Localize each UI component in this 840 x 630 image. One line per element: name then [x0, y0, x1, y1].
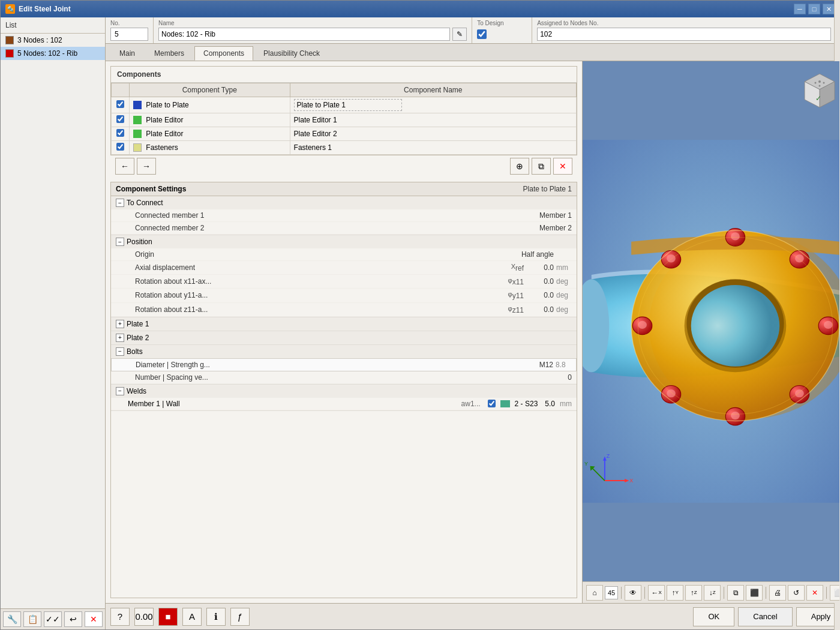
tab-components[interactable]: Components [194, 46, 253, 61]
comp-check-1[interactable] [112, 113, 130, 127]
plate1-toggle[interactable]: + [116, 320, 124, 328]
viewer-btn-close-view[interactable]: ✕ [806, 585, 823, 601]
comp-row-1[interactable]: Plate Editor Plate Editor 1 [112, 113, 577, 127]
axial-disp-sub: Xref [500, 263, 524, 272]
to-design-field: To Design [472, 17, 532, 43]
delete-button[interactable]: ✕ [85, 611, 103, 627]
svg-point-7 [691, 285, 780, 367]
red-button[interactable]: ■ [158, 608, 178, 626]
list-header: List [1, 17, 105, 34]
settings-title: Component Settings [116, 185, 186, 193]
formula-button[interactable]: ƒ [230, 608, 250, 626]
comp-checkbox-0[interactable] [116, 100, 124, 108]
list-item-2[interactable]: 5 Nodes: 102 - Rib [1, 47, 105, 60]
viewer-btn-print[interactable]: 🖨 [769, 585, 786, 601]
svg-point-17 [731, 412, 740, 419]
welds-header[interactable]: − Welds [111, 385, 577, 398]
text-button[interactable]: A [182, 608, 202, 626]
move-left-button[interactable]: ← [115, 158, 134, 175]
delete-component-button[interactable]: ✕ [553, 158, 572, 175]
axial-disp-row: Axial displacement Xref 0.0 mm [111, 261, 577, 275]
vt-sep-2 [644, 587, 645, 599]
tab-plausibility[interactable]: Plausibility Check [254, 46, 329, 61]
zero-button[interactable]: 0.00 [134, 608, 154, 626]
plate1-header[interactable]: + Plate 1 [111, 317, 577, 331]
settings-header: Component Settings Plate to Plate 1 [111, 182, 577, 196]
comp-checkbox-3[interactable] [116, 143, 124, 151]
welds-toggle[interactable]: − [116, 387, 124, 395]
vt-sep-5 [826, 587, 827, 599]
comp-check-3[interactable] [112, 141, 130, 155]
nav-cube[interactable]: ✓ [799, 71, 839, 113]
check-button[interactable]: ✓✓ [44, 611, 62, 627]
plate2-toggle[interactable]: + [116, 334, 124, 342]
viewer-canvas: Z X Y [583, 61, 839, 581]
name-input[interactable] [158, 28, 450, 41]
viewer-toolbar: ⌂ 45 👁 ←X ↑Y ↑Z ↓Z ⧉ ⬛ 🖨 ↺ [583, 581, 839, 603]
help-button[interactable]: ? [110, 608, 130, 626]
name-edit-button[interactable]: ✎ [452, 28, 467, 41]
title-bar: 🔩 Edit Steel Joint ─ □ ✕ [1, 1, 839, 17]
comp-row-2[interactable]: Plate Editor Plate Editor 2 [112, 127, 577, 141]
minimize-button[interactable]: ─ [794, 4, 806, 14]
move-right-button[interactable]: → [137, 158, 156, 175]
comp-name-input-0[interactable] [294, 99, 402, 111]
rot-x11-label: Rotation about x11-ax... [128, 277, 500, 286]
apply-button[interactable]: Apply [796, 607, 839, 626]
name-field: Name ✎ [154, 17, 472, 43]
duplicate-component-button[interactable]: ⧉ [532, 158, 551, 175]
maximize-button[interactable]: □ [808, 4, 820, 14]
info-button[interactable]: ℹ [206, 608, 226, 626]
viewer-btn-rotate[interactable]: ↺ [788, 585, 805, 601]
viewer-btn-home[interactable]: ⌂ [586, 585, 603, 601]
undo-button[interactable]: ↩ [64, 611, 82, 627]
viewer-btn-up-z[interactable]: ↑Z [685, 585, 702, 601]
viewer-btn-eye[interactable]: 👁 [625, 585, 641, 601]
to-connect-header[interactable]: − To Connect [111, 196, 577, 209]
plate2-group: + Plate 2 [111, 331, 577, 345]
no-label: No. [110, 20, 148, 26]
comp-checkbox-1[interactable] [116, 115, 124, 123]
to-connect-toggle[interactable]: − [116, 199, 124, 207]
assigned-input[interactable] [537, 28, 831, 41]
ok-button[interactable]: OK [693, 607, 734, 626]
plate2-header[interactable]: + Plate 2 [111, 331, 577, 344]
to-design-checkbox[interactable] [477, 29, 487, 39]
viewer-btn-layer1[interactable]: ⧉ [727, 585, 744, 601]
add-component-button[interactable]: ⊕ [510, 158, 529, 175]
comp-checkbox-2[interactable] [116, 129, 124, 137]
comp-row-0[interactable]: Plate to Plate [112, 97, 577, 113]
svg-point-23 [667, 254, 676, 262]
rot-y11-sub: φy11 [500, 290, 524, 300]
viewer-btn-down-z[interactable]: ↓Z [704, 585, 721, 601]
bolts-toggle[interactable]: − [116, 347, 124, 356]
plate1-label: Plate 1 [127, 320, 149, 328]
viewer-btn-left-x[interactable]: ←X [648, 585, 665, 601]
components-table-container: Components Component Type Component Name [110, 66, 577, 155]
bolt-diameter-row: Diameter | Strength g... M12 8.8 [111, 358, 577, 371]
body-split: Components Component Type Component Name [106, 61, 839, 603]
list-item-color-2 [5, 49, 14, 58]
comp-type-3: Fasteners [130, 141, 290, 155]
viewer-btn-layer2[interactable]: ⬛ [746, 585, 763, 601]
cancel-button[interactable]: Cancel [738, 607, 792, 626]
position-header[interactable]: − Position [111, 235, 577, 248]
copy-button[interactable]: 📋 [23, 611, 41, 627]
comp-row-3[interactable]: Fasteners Fasteners 1 [112, 141, 577, 155]
tab-main[interactable]: Main [110, 46, 144, 61]
comp-check-0[interactable] [112, 97, 130, 113]
new-joint-button[interactable]: 🔧 [3, 611, 21, 627]
position-toggle[interactable]: − [116, 238, 124, 246]
list-item-label-2: 5 Nodes: 102 - Rib [17, 49, 77, 58]
comp-check-2[interactable] [112, 127, 130, 141]
list-item-1[interactable]: 3 Nodes : 102 [1, 34, 105, 47]
connected-member-2-value: Member 2 [536, 224, 572, 232]
weld-check-1[interactable] [488, 400, 496, 407]
tab-members[interactable]: Members [145, 46, 193, 61]
settings-section: Component Settings Plate to Plate 1 − To… [110, 182, 577, 598]
tabs: Main Members Components Plausibility Che… [106, 44, 839, 61]
bolts-header[interactable]: − Bolts [111, 345, 577, 358]
viewer-btn-settings[interactable]: ⬜ [830, 585, 839, 601]
close-button[interactable]: ✕ [823, 4, 835, 14]
viewer-btn-up-y[interactable]: ↑Y [667, 585, 683, 601]
